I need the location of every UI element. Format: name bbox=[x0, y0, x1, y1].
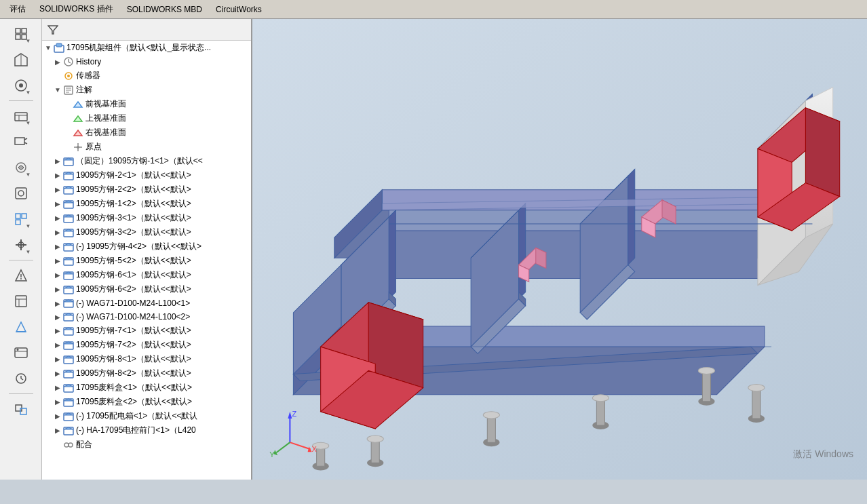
tree-part-12[interactable]: ▶ 19095方钢-7<1>（默认<<默认> bbox=[42, 324, 251, 338]
tree-expand-part: ▶ bbox=[53, 341, 62, 349]
sidebar-icon-3[interactable]: ▼ bbox=[9, 73, 33, 98]
svg-point-94 bbox=[64, 443, 69, 447]
tree-expand-part: ▶ bbox=[53, 327, 62, 334]
tree-sensor[interactable]: 传感器 bbox=[42, 69, 251, 83]
tree-part-11[interactable]: ▶ (-) WAG71-D100-M24-L100<2> bbox=[42, 310, 251, 324]
tree-part-10[interactable]: ▶ (-) WAG71-D100-M24-L100<1> bbox=[42, 296, 251, 310]
tree-part-13[interactable]: ▶ 19095方钢-7<2>（默认<<默认> bbox=[42, 338, 251, 352]
sidebar-icon-15[interactable] bbox=[9, 397, 33, 421]
tree-right-plane[interactable]: 右视基准面 bbox=[42, 125, 251, 140]
tree-label-part: 配合 bbox=[76, 439, 92, 450]
svg-marker-142 bbox=[519, 203, 526, 299]
sidebar-icon-9[interactable]: ▼ bbox=[9, 233, 33, 257]
tree-part-20[interactable]: 配合 bbox=[42, 438, 251, 452]
tree-front-plane[interactable]: 前视基准面 bbox=[42, 97, 251, 111]
tree-part-4[interactable]: ▶ 19095方钢-3<1>（默认<<默认> bbox=[42, 211, 251, 225]
tree-icon-part bbox=[62, 199, 75, 210]
svg-text:Y: Y bbox=[269, 450, 275, 459]
tree-label-part: 19095方钢-1<2>（默认<<默认> bbox=[76, 198, 191, 210]
tree-icon-part bbox=[62, 397, 75, 408]
tree-expand-part: ▶ bbox=[53, 412, 62, 420]
svg-marker-158 bbox=[752, 388, 760, 419]
svg-point-165 bbox=[592, 395, 609, 402]
tree-icon-part bbox=[62, 170, 75, 181]
tree-icon-part bbox=[62, 411, 75, 422]
tree-root[interactable]: ▼ 17095机架组件（默认<默认_显示状态... bbox=[42, 41, 251, 55]
tree-part-8[interactable]: ▶ 19095方钢-6<1>（默认<<默认> bbox=[42, 268, 251, 282]
sidebar-icon-6[interactable]: ▼ bbox=[9, 155, 33, 180]
svg-rect-2 bbox=[16, 35, 20, 39]
tree-icon-part bbox=[62, 227, 75, 238]
tree-toolbar bbox=[42, 19, 251, 41]
tree-part-14[interactable]: ▶ 19095方钢-8<1>（默认<<默认> bbox=[42, 352, 251, 366]
tree-expand-part: ▶ bbox=[53, 313, 62, 321]
tree-part-7[interactable]: ▶ 19095方钢-5<2>（默认<<默认> bbox=[42, 254, 251, 268]
menu-circuitworks[interactable]: CircuitWorks bbox=[209, 3, 269, 16]
svg-point-32 bbox=[16, 349, 18, 351]
menu-bar: 评估 SOLIDWORKS 插件 SOLIDWORKS MBD CircuitW… bbox=[0, 0, 867, 19]
sidebar-icon-8[interactable]: ▼ bbox=[9, 207, 33, 231]
tree-icon-part bbox=[62, 256, 75, 267]
tree-expand-part: ▶ bbox=[53, 427, 62, 434]
tree-part-9[interactable]: ▶ 19095方钢-6<2>（默认<<默认> bbox=[42, 282, 251, 296]
sidebar-icon-12[interactable] bbox=[9, 315, 33, 339]
sidebar-icon-10[interactable] bbox=[9, 263, 33, 288]
feature-tree: ▼ 17095机架组件（默认<默认_显示状态... ▶ History bbox=[42, 19, 252, 480]
sidebar-icon-1[interactable]: ▼ bbox=[9, 22, 33, 46]
tree-label-part: （固定）19095方钢-1<1>（默认<< bbox=[76, 155, 203, 167]
svg-marker-50 bbox=[74, 130, 82, 136]
tree-label-part: 19095方钢-3<2>（默认<<默认> bbox=[76, 227, 191, 238]
menu-sw-plugins[interactable]: SOLIDWORKS 插件 bbox=[33, 2, 120, 16]
sidebar-icon-11[interactable] bbox=[9, 289, 33, 313]
tree-part-15[interactable]: ▶ 19095方钢-8<2>（默认<<默认> bbox=[42, 366, 251, 381]
tree-label-part: 19095方钢-6<2>（默认<<默认> bbox=[76, 284, 191, 295]
svg-marker-139 bbox=[628, 169, 635, 265]
tree-part-17[interactable]: ▶ 17095废料盒<2>（默认<<默认> bbox=[42, 395, 251, 409]
tree-label-part: 17095废料盒<1>（默认<<默认> bbox=[76, 382, 192, 393]
sidebar-icon-5[interactable] bbox=[9, 130, 33, 154]
tree-icon-part bbox=[62, 241, 75, 252]
tree-label-part: 19095方钢-2<1>（默认<<默认> bbox=[76, 170, 191, 181]
sidebar-icon-4[interactable]: ▼ bbox=[9, 104, 33, 128]
tree-filter-btn[interactable] bbox=[45, 22, 61, 38]
tree-label-right-plane: 右视基准面 bbox=[85, 127, 126, 138]
cad-scene: Z X Y 激活 Windows bbox=[252, 19, 867, 480]
svg-marker-49 bbox=[74, 116, 82, 121]
tree-part-3[interactable]: ▶ 19095方钢-1<2>（默认<<默认> bbox=[42, 197, 251, 211]
tree-label-history: History bbox=[76, 57, 101, 66]
svg-rect-40 bbox=[56, 43, 62, 47]
tree-icon-part bbox=[62, 354, 75, 365]
tree-note[interactable]: ▼ 注解 bbox=[42, 83, 251, 97]
svg-marker-176 bbox=[805, 108, 839, 197]
svg-rect-15 bbox=[16, 188, 26, 199]
tree-part-18[interactable]: ▶ (-) 17095配电箱<1>（默认<<默认 bbox=[42, 409, 251, 423]
svg-marker-48 bbox=[74, 102, 82, 107]
tree-expand-part: ▶ bbox=[53, 271, 62, 279]
tree-expand-part: ▶ bbox=[53, 157, 62, 165]
sidebar-icon-2[interactable] bbox=[9, 47, 33, 72]
tree-history[interactable]: ▶ History bbox=[42, 55, 251, 69]
tree-icon-part bbox=[62, 326, 75, 336]
svg-point-43 bbox=[67, 75, 70, 77]
tree-part-6[interactable]: ▶ (-) 19095方钢-4<2>（默认<<默认> bbox=[42, 239, 251, 254]
tree-scroll[interactable]: ▼ 17095机架组件（默认<默认_显示状态... ▶ History bbox=[42, 41, 251, 480]
tree-expand-part: ▶ bbox=[53, 172, 62, 179]
tree-part-1[interactable]: ▶ 19095方钢-2<1>（默认<<默认> bbox=[42, 168, 251, 182]
svg-marker-38 bbox=[48, 26, 58, 34]
sidebar-icon-14[interactable] bbox=[9, 366, 33, 391]
sidebar-icon-13[interactable] bbox=[9, 341, 33, 365]
tree-top-plane[interactable]: 上视基准面 bbox=[42, 111, 251, 125]
tree-part-16[interactable]: ▶ 17095废料盒<1>（默认<<默认> bbox=[42, 381, 251, 395]
svg-rect-0 bbox=[16, 28, 20, 33]
svg-marker-130 bbox=[341, 231, 813, 278]
tree-label-front-plane: 前视基准面 bbox=[85, 98, 126, 110]
tree-part-2[interactable]: ▶ 19095方钢-2<2>（默认<<默认> bbox=[42, 182, 251, 197]
tree-origin[interactable]: 原点 bbox=[42, 140, 251, 154]
tree-part-19[interactable]: ▶ (-) HA-17095电控前门<1>（L420 bbox=[42, 423, 251, 438]
viewport[interactable]: ▼ ▼ ▼ ▼ ▼ bbox=[252, 19, 867, 480]
menu-sw-mbd[interactable]: SOLIDWORKS MBD bbox=[120, 3, 209, 16]
tree-part-5[interactable]: ▶ 19095方钢-3<2>（默认<<默认> bbox=[42, 225, 251, 239]
menu-evaluate[interactable]: 评估 bbox=[3, 2, 33, 16]
tree-part-0[interactable]: ▶ （固定）19095方钢-1<1>（默认<< bbox=[42, 154, 251, 168]
sidebar-icon-7[interactable] bbox=[9, 181, 33, 206]
